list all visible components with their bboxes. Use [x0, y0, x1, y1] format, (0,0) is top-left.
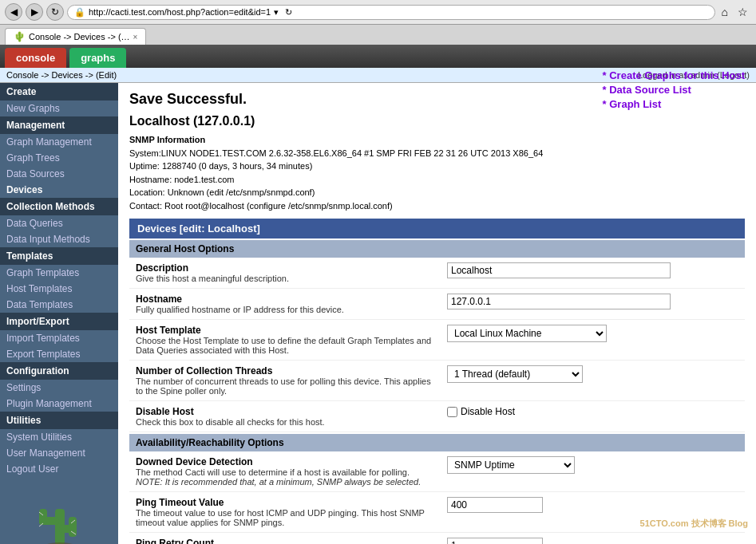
general-options-table: Description Give this host a meaningful … — [129, 258, 745, 432]
hostname-label: Hostname — [136, 294, 434, 305]
data-source-list-link[interactable]: Data Source List — [603, 84, 745, 96]
sidebar-section-management: Management — [0, 116, 118, 134]
sidebar-item-graph-management[interactable]: Graph Management — [0, 134, 118, 150]
snmp-line-3: Location: Unknown (edit /etc/snmp/snmpd.… — [129, 187, 315, 197]
ping-timeout-label: Ping Timeout Value — [136, 497, 434, 508]
snmp-line-1: Uptime: 1288740 (0 days, 3 hours, 34 min… — [129, 161, 312, 171]
ping-timeout-input[interactable] — [447, 497, 543, 513]
disable-host-text: Disable Host — [461, 406, 515, 417]
sidebar-item-graph-templates[interactable]: Graph Templates — [0, 265, 118, 281]
snmp-line-2: Hostname: node1.test.com — [129, 175, 234, 184]
cactus-logo — [0, 477, 118, 544]
sidebar-item-data-sources[interactable]: Data Sources — [0, 166, 118, 182]
table-row: Hostname Fully qualified hostname or IP … — [129, 289, 745, 320]
tab-bar: 🌵 Console -> Devices -> (… × — [0, 25, 756, 45]
sidebar-item-import-templates[interactable]: Import Templates — [0, 330, 118, 346]
sidebar-item-graph-trees[interactable]: Graph Trees — [0, 150, 118, 166]
app-nav: console graphs — [0, 45, 756, 68]
lock-icon: 🔒 — [74, 7, 85, 18]
home-button[interactable]: ⌂ — [718, 6, 731, 18]
sidebar-item-export-templates[interactable]: Export Templates — [0, 346, 118, 362]
browser-tab[interactable]: 🌵 Console -> Devices -> (… × — [5, 28, 146, 45]
table-row: Disable Host Check this box to disable a… — [129, 401, 745, 432]
table-row: Number of Collection Threads The number … — [129, 361, 745, 401]
host-template-label: Host Template — [136, 325, 434, 336]
sidebar-section-collection: Collection Methods — [0, 198, 118, 215]
snmp-line-4: Contact: Root root@localhost (configure … — [129, 201, 393, 211]
devices-edit-header: Devices [edit: Localhost] — [129, 219, 745, 238]
breadcrumb: Console -> Devices -> (Edit) — [6, 70, 117, 80]
snmp-label: SNMP Information — [129, 135, 205, 144]
table-row: Ping Retry Count After an initial failur… — [129, 533, 745, 545]
downed-device-label: Downed Device Detection — [136, 456, 434, 467]
host-template-desc: Choose the Host Template to use to defin… — [136, 336, 434, 355]
create-graphs-link[interactable]: Create Graphs for this Host — [603, 69, 745, 81]
sidebar-item-settings[interactable]: Settings — [0, 380, 118, 396]
hostname-input[interactable] — [447, 294, 671, 309]
main-layout: Create New Graphs Management Graph Manag… — [0, 83, 756, 544]
sidebar-section-utilities: Utilities — [0, 412, 118, 429]
general-options-bar: General Host Options — [129, 240, 745, 258]
graphs-tab[interactable]: graphs — [69, 48, 126, 68]
cactus-svg — [31, 485, 87, 544]
availability-table: Downed Device Detection The method Cacti… — [129, 451, 745, 544]
star-button[interactable]: ☆ — [734, 6, 751, 18]
disable-host-checkbox-label: Disable Host — [447, 406, 738, 417]
description-input[interactable] — [447, 262, 671, 278]
description-desc: Give this host a meaningful description. — [136, 274, 434, 283]
sidebar-item-logout-user[interactable]: Logout User — [0, 461, 118, 477]
ping-timeout-desc: The timeout value to use for host ICMP a… — [136, 508, 434, 527]
availability-bar: Availability/Reachability Options — [129, 434, 745, 451]
address-bar[interactable]: 🔒 http://cacti.test.com/host.php?action=… — [67, 5, 715, 20]
tab-close-button[interactable]: × — [133, 33, 138, 41]
sidebar-section-import-export: Import/Export — [0, 313, 118, 330]
sidebar-item-host-templates[interactable]: Host Templates — [0, 281, 118, 297]
quick-links: Create Graphs for this Host Data Source … — [603, 69, 745, 112]
description-label: Description — [136, 262, 434, 274]
collection-threads-select[interactable]: 1 Thread (default) 2 Threads — [447, 365, 583, 383]
sidebar-item-system-utilities[interactable]: System Utilities — [0, 429, 118, 445]
sidebar-item-user-management[interactable]: User Management — [0, 445, 118, 461]
sidebar-item-new-graphs[interactable]: New Graphs — [0, 101, 118, 116]
snmp-line-0: System:LINUX NODE1.TEST.COM 2.6.32-358.E… — [129, 148, 543, 158]
disable-host-label: Disable Host — [136, 406, 434, 417]
downed-device-desc: The method Cacti will use to determine i… — [136, 467, 434, 487]
refresh-small-icon: ↻ — [285, 7, 292, 18]
disable-host-checkbox[interactable] — [447, 407, 457, 417]
sidebar-section-templates: Templates — [0, 247, 118, 265]
collection-threads-label: Number of Collection Threads — [136, 365, 434, 376]
console-tab[interactable]: console — [5, 48, 66, 68]
table-row: Host Template Choose the Host Template t… — [129, 320, 745, 361]
sidebar-item-devices[interactable]: Devices — [0, 182, 118, 198]
back-button[interactable]: ◀ — [5, 3, 22, 21]
ping-retry-label: Ping Retry Count — [136, 538, 434, 544]
dropdown-icon: ▾ — [274, 7, 279, 18]
snmp-info: SNMP Information System:LINUX NODE1.TEST… — [129, 133, 745, 212]
sidebar-item-data-input-methods[interactable]: Data Input Methods — [0, 231, 118, 247]
sidebar-section-configuration: Configuration — [0, 362, 118, 380]
url-text: http://cacti.test.com/host.php?action=ed… — [89, 7, 271, 17]
sidebar-item-data-queries[interactable]: Data Queries — [0, 215, 118, 231]
table-row: Description Give this host a meaningful … — [129, 258, 745, 289]
content-area: Save Successful. Localhost (127.0.0.1) C… — [118, 83, 756, 544]
hostname-desc: Fully qualified hostname or IP address f… — [136, 305, 434, 314]
downed-device-select[interactable]: SNMP Uptime Ping None — [447, 456, 575, 474]
refresh-button[interactable]: ↻ — [46, 3, 64, 21]
tab-label: Console -> Devices -> (… — [29, 32, 130, 41]
disable-host-desc: Check this box to disable all checks for… — [136, 417, 434, 427]
browser-chrome: ◀ ▶ ↻ 🔒 http://cacti.test.com/host.php?a… — [0, 0, 756, 25]
sidebar-section-create: Create — [0, 83, 118, 101]
host-template-select[interactable]: Local Linux Machine None — [447, 325, 607, 342]
forward-button[interactable]: ▶ — [26, 3, 43, 21]
table-row: Downed Device Detection The method Cacti… — [129, 451, 745, 492]
graph-list-link[interactable]: Graph List — [603, 98, 745, 110]
collection-threads-desc: The number of concurrent threads to use … — [136, 376, 434, 396]
svg-rect-2 — [39, 509, 47, 525]
sidebar-item-plugin-management[interactable]: Plugin Management — [0, 396, 118, 412]
sidebar: Create New Graphs Management Graph Manag… — [0, 83, 118, 544]
host-title: Localhost (127.0.0.1) — [129, 114, 745, 128]
watermark: 51CTO.com 技术博客 Blog — [640, 518, 748, 530]
ping-retry-input[interactable] — [447, 538, 543, 544]
sidebar-item-data-templates[interactable]: Data Templates — [0, 297, 118, 313]
